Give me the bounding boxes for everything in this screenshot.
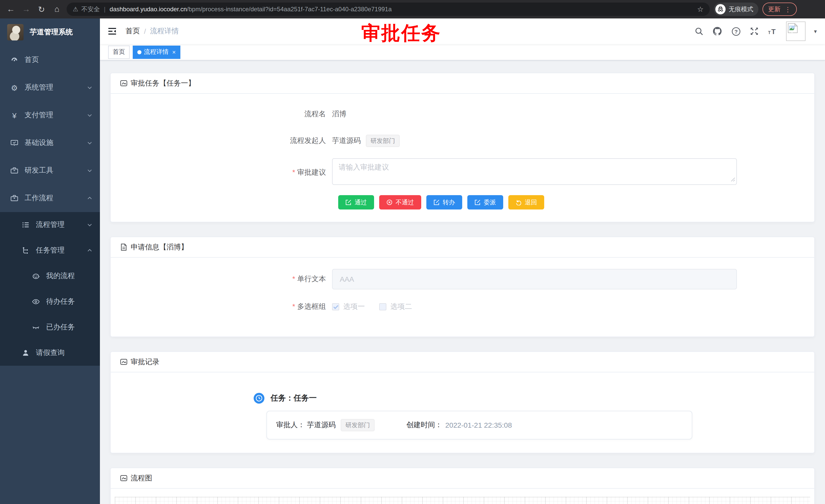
tab-process-detail[interactable]: 流程详情 × xyxy=(133,45,180,59)
create-time-value: 2022-01-21 22:35:08 xyxy=(445,421,512,429)
circle-close-icon xyxy=(386,199,392,205)
timeline-item: 任务：任务一 xyxy=(254,393,814,404)
edit-icon xyxy=(346,199,352,205)
sidebar-item-label: 待办任务 xyxy=(46,297,93,306)
address-bar[interactable]: ⚠ 不安全 | dashboard.yudao.iocoder.cn/bpm/p… xyxy=(67,3,710,16)
browser-update-button[interactable]: 更新 ⋮ xyxy=(762,3,797,16)
user-icon xyxy=(21,349,30,357)
picture-icon xyxy=(120,474,128,482)
bpmn-grid-canvas[interactable] xyxy=(115,497,810,504)
card-header: 流程图 xyxy=(111,468,814,489)
chevron-up-icon xyxy=(87,247,93,254)
tab-close-icon[interactable]: × xyxy=(172,49,176,56)
checkbox-option-1: 选项一 xyxy=(332,302,365,312)
delegate-button[interactable]: 委派 xyxy=(467,195,503,209)
sidebar-item-label: 研发工具 xyxy=(24,166,87,175)
chevron-down-icon xyxy=(87,222,93,228)
dashboard-icon xyxy=(10,56,18,64)
breadcrumb-current: 流程详情 xyxy=(150,27,179,36)
field-label: *多选框组 xyxy=(111,302,332,312)
field-label: *单行文本 xyxy=(111,274,332,284)
main-area: 首页 / 流程详情 ? xyxy=(100,18,825,504)
dept-tag: 研发部门 xyxy=(341,419,375,431)
font-size-icon[interactable]: TT xyxy=(768,26,778,36)
browser-forward-button[interactable]: → xyxy=(20,5,32,14)
avatar-caret-icon[interactable]: ▾ xyxy=(814,28,817,34)
sidebar-item-infra[interactable]: 基础设施 xyxy=(0,129,100,157)
tab-label: 首页 xyxy=(113,48,125,56)
sidebar-item-leave-query[interactable]: 请假查询 xyxy=(0,340,100,366)
avatar[interactable] xyxy=(786,21,806,41)
browser-reload-button[interactable]: ↻ xyxy=(36,4,47,14)
picture-icon xyxy=(120,79,128,87)
sidebar-item-process-mgmt[interactable]: 流程管理 xyxy=(0,212,100,238)
field-label: 流程发起人 xyxy=(111,136,332,146)
clock-icon xyxy=(254,393,265,404)
fullscreen-icon[interactable] xyxy=(749,26,760,36)
card-header: 申请信息【滔博】 xyxy=(111,237,814,258)
card-header: 审批记录 xyxy=(111,352,814,372)
chevron-down-icon xyxy=(87,112,93,118)
sidebar-item-todo-tasks[interactable]: 待办任务 xyxy=(0,289,100,315)
suggestion-textarea[interactable] xyxy=(332,158,737,185)
transfer-button[interactable]: 转办 xyxy=(426,195,462,209)
breadcrumb: 首页 / 流程详情 xyxy=(126,27,179,36)
browser-home-button[interactable]: ⌂ xyxy=(51,5,63,14)
search-icon[interactable] xyxy=(694,26,704,36)
tree-icon xyxy=(21,246,30,255)
security-label: 不安全 xyxy=(81,5,100,14)
sidebar-submenu-workflow: 流程管理 任务管理 我的流程 xyxy=(0,212,100,366)
sidebar-item-done-tasks[interactable]: 已办任务 xyxy=(0,315,100,340)
sidebar-item-payment[interactable]: ¥ 支付管理 xyxy=(0,101,100,129)
sidebar-item-my-process[interactable]: 我的流程 xyxy=(0,263,100,289)
checkbox-unchecked-icon xyxy=(379,303,386,310)
checkbox-option-2: 选项二 xyxy=(379,302,412,312)
browser-back-button[interactable]: ← xyxy=(5,5,16,14)
process-name-value: 滔博 xyxy=(332,110,347,119)
sidebar-item-label: 流程管理 xyxy=(36,220,87,230)
sidebar-item-home[interactable]: 首页 xyxy=(0,46,100,74)
card-title: 审批记录 xyxy=(131,357,159,366)
sidebar-fold-icon[interactable] xyxy=(107,26,119,37)
return-button[interactable]: 退回 xyxy=(508,195,544,209)
browser-menu-icon[interactable]: ⋮ xyxy=(784,5,791,13)
app-logo-avatar xyxy=(7,24,23,40)
sidebar-item-system[interactable]: ⚙ 系统管理 xyxy=(0,74,100,101)
sidebar-item-label: 首页 xyxy=(24,55,93,65)
svg-text:T: T xyxy=(768,30,771,35)
breadcrumb-separator: / xyxy=(144,27,146,35)
checkbox-checked-icon xyxy=(332,303,339,310)
single-text-input xyxy=(332,269,737,289)
incognito-badge: 无痕模式 xyxy=(714,3,758,16)
browser-toolbar: ← → ↻ ⌂ ⚠ 不安全 | dashboard.yudao.iocoder.… xyxy=(0,0,825,18)
robot-icon xyxy=(32,272,40,280)
checkbox-label: 选项二 xyxy=(390,302,412,312)
breadcrumb-home[interactable]: 首页 xyxy=(126,27,140,36)
form-row-process-name: 流程名 滔博 xyxy=(111,105,814,123)
app-title: 芋道管理系统 xyxy=(30,28,73,37)
help-icon[interactable]: ? xyxy=(731,26,741,36)
approve-button[interactable]: 通过 xyxy=(338,195,374,209)
active-tab-dot xyxy=(137,50,141,54)
app-logo-row[interactable]: 芋道管理系统 xyxy=(0,18,100,46)
required-star: * xyxy=(292,302,295,310)
sidebar-item-label: 已办任务 xyxy=(46,323,93,332)
approval-records-card: 审批记录 任务：任务一 审批人： 芋道源码 研发部门 xyxy=(110,351,815,453)
svg-text:?: ? xyxy=(735,28,738,34)
toolbox-icon xyxy=(10,166,18,175)
tab-home[interactable]: 首页 xyxy=(108,45,130,59)
button-label: 通过 xyxy=(355,198,367,207)
monitor-icon xyxy=(10,139,18,147)
bookmark-star-icon[interactable]: ☆ xyxy=(697,5,703,13)
navbar-actions: ? TT ▾ xyxy=(694,21,817,41)
field-label: *审批建议 xyxy=(111,168,332,177)
bpmn-canvas-wrap xyxy=(111,489,814,504)
tabs-bar: 首页 流程详情 × xyxy=(100,44,825,61)
record-detail-card: 审批人： 芋道源码 研发部门 创建时间： 2022-01-21 22:35:08 xyxy=(267,411,692,439)
chevron-down-icon xyxy=(87,85,93,91)
github-icon[interactable] xyxy=(712,26,723,36)
sidebar-item-workflow[interactable]: 工作流程 xyxy=(0,184,100,212)
sidebar-item-task-mgmt[interactable]: 任务管理 xyxy=(0,238,100,263)
sidebar-item-devtools[interactable]: 研发工具 xyxy=(0,157,100,184)
reject-button[interactable]: 不通过 xyxy=(379,195,421,209)
